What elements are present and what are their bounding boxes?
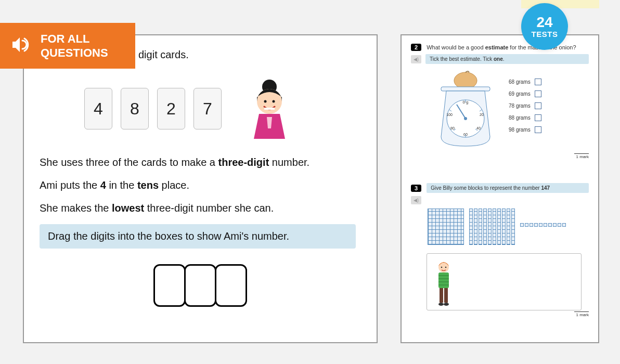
- svg-text:80: 80: [450, 126, 455, 130]
- q3-drop-area[interactable]: [427, 253, 582, 310]
- digit-cards-row: 4 8 2 7: [19, 76, 361, 141]
- q2-hint: Tick the best estimate. Tick one.: [425, 54, 589, 64]
- q3-audio-row: ◀): [411, 196, 589, 204]
- ami-character: [243, 76, 295, 141]
- q2-instruction-row: ◀) Tick the best estimate. Tick one.: [411, 54, 589, 64]
- checkbox-icon[interactable]: [535, 90, 541, 97]
- tests-label: TESTS: [532, 30, 558, 38]
- svg-text:20: 20: [480, 113, 484, 116]
- svg-point-23: [441, 267, 443, 268]
- q2-header: 2 What would be a good estimate for the …: [411, 44, 589, 51]
- opt-78[interactable]: 78 grams: [509, 102, 541, 109]
- q3-number: 3: [411, 185, 421, 192]
- opt-98[interactable]: 98 grams: [509, 126, 541, 133]
- digit-card-2[interactable]: 2: [157, 88, 185, 129]
- speaker-mini-icon[interactable]: ◀): [411, 55, 421, 63]
- q2-mark: 1 mark: [574, 153, 589, 159]
- speaker-icon: [9, 33, 32, 58]
- q2-text: What would be a good estimate for the ma…: [427, 44, 589, 50]
- para-2: Ami puts the 4 in the tens place.: [40, 178, 361, 192]
- digit-card-8[interactable]: 8: [121, 88, 149, 129]
- svg-point-24: [445, 267, 447, 268]
- svg-rect-25: [438, 272, 449, 288]
- answer-box-tens[interactable]: [184, 264, 216, 307]
- speaker-mini-icon[interactable]: ◀): [411, 196, 421, 204]
- hundred-block[interactable]: [428, 209, 464, 245]
- svg-point-2: [264, 100, 267, 103]
- answer-drop-zone[interactable]: [40, 264, 361, 307]
- digit-card-7[interactable]: 7: [193, 88, 222, 129]
- question-body: She uses three of the cards to make a th…: [40, 155, 361, 215]
- intro-text: digit cards.: [138, 49, 361, 61]
- svg-rect-30: [440, 288, 443, 303]
- checkbox-icon[interactable]: [535, 102, 541, 109]
- svg-point-3: [273, 100, 275, 103]
- q2-number: 2: [411, 44, 421, 51]
- banner-line1: FOR ALL: [41, 32, 108, 46]
- billy-character: [433, 260, 454, 307]
- preview-panel: 2 What would be a good estimate for the …: [401, 34, 599, 343]
- tests-count: 24: [536, 15, 552, 30]
- svg-point-5: [454, 72, 477, 89]
- para-3: She makes the lowest three-digit number …: [40, 201, 361, 215]
- svg-text:100: 100: [446, 113, 453, 116]
- svg-text:40: 40: [476, 126, 481, 130]
- checkbox-icon[interactable]: [535, 126, 541, 133]
- scale-illustration: 0 g 100 20 80 40 60: [432, 69, 499, 152]
- svg-rect-4: [264, 108, 275, 110]
- q3-mark: 1 mark: [574, 311, 589, 317]
- para-1: She uses three of the cards to make a th…: [40, 155, 361, 169]
- q3-block: 3 Give Billy some blocks to represent th…: [411, 183, 589, 317]
- answer-box-ones[interactable]: [215, 264, 247, 307]
- checkbox-icon[interactable]: [535, 114, 541, 121]
- q3-header: 3 Give Billy some blocks to represent th…: [411, 183, 589, 193]
- svg-point-32: [438, 303, 444, 306]
- q3-text: Give Billy some blocks to represent the …: [427, 183, 589, 193]
- instruction-bar: Drag the digits into the boxes to show A…: [40, 224, 356, 249]
- tens-group[interactable]: [469, 209, 515, 245]
- question-main-panel: digit cards. 4 8 2 7: [23, 34, 378, 343]
- answer-box-hundreds[interactable]: [153, 264, 186, 307]
- audio-all-banner[interactable]: FOR ALL QUESTIONS: [0, 23, 135, 69]
- opt-69[interactable]: 69 grams: [509, 90, 541, 97]
- opt-88[interactable]: 88 grams: [509, 114, 541, 121]
- banner-text: FOR ALL QUESTIONS: [41, 32, 108, 60]
- svg-rect-31: [444, 288, 448, 303]
- blocks-palette: [411, 209, 589, 245]
- banner-line2: QUESTIONS: [41, 46, 108, 60]
- svg-rect-6: [441, 87, 490, 91]
- svg-point-33: [444, 303, 449, 306]
- tests-badge: 24 TESTS: [521, 3, 568, 50]
- opt-68[interactable]: 68 grams: [509, 79, 541, 85]
- q2-options: 68 grams 69 grams 78 grams 88 grams 98 g…: [509, 79, 541, 133]
- checkbox-icon[interactable]: [535, 79, 541, 85]
- digit-card-4[interactable]: 4: [84, 88, 112, 129]
- q2-scale-area: 0 g 100 20 80 40 60 68 grams 69 grams 78…: [411, 69, 589, 152]
- ones-group[interactable]: [520, 223, 566, 227]
